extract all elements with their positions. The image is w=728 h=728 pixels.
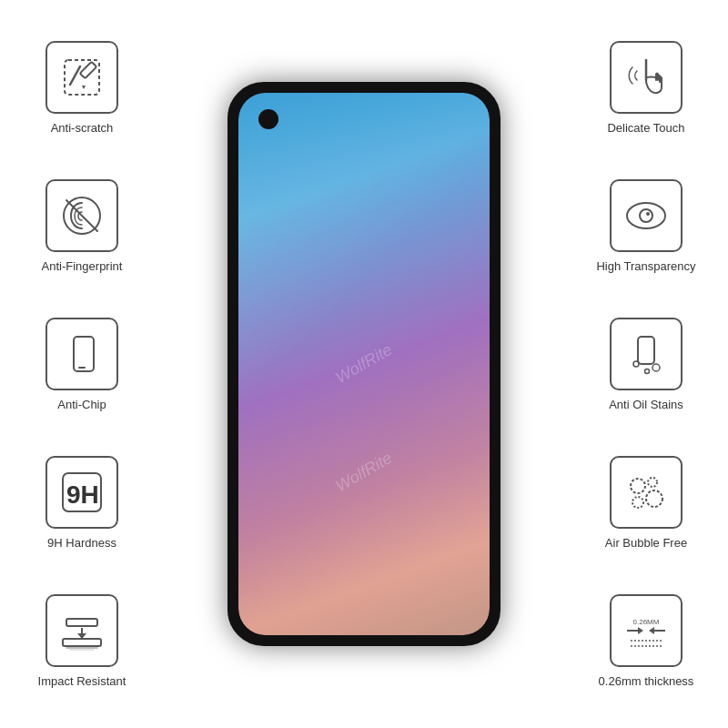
feature-thickness: 0.26MM 0.26mm thickness [582, 594, 710, 688]
anti-fingerprint-label: Anti-Fingerprint [42, 259, 123, 273]
left-features-column: Anti-scratch Anti-Fingerprint [9, 0, 155, 728]
thickness-icon-box: 0.26MM [610, 594, 682, 667]
delicate-touch-label: Delicate Touch [607, 121, 684, 135]
right-features-column: Delicate Touch High Transparency [573, 0, 719, 728]
anti-oil-icon-box [610, 318, 682, 390]
svg-rect-7 [74, 337, 94, 371]
svg-marker-30 [638, 627, 643, 634]
oil-stain-icon [622, 329, 671, 379]
air-bubble-free-label: Air Bubble Free [605, 536, 687, 550]
touch-icon [622, 53, 671, 102]
glass-overlay [238, 93, 490, 635]
svg-rect-20 [638, 337, 654, 364]
feature-anti-oil-stains: Anti Oil Stains [582, 318, 710, 411]
impact-resistant-label: Impact Resistant [38, 674, 126, 688]
chip-icon [57, 329, 106, 379]
9h-hardness-label: 9H Hardness [47, 536, 116, 550]
scratch-icon [57, 53, 106, 102]
anti-oil-label: Anti Oil Stains [609, 398, 683, 411]
anti-chip-icon-box [46, 318, 118, 390]
feature-anti-fingerprint: Anti-Fingerprint [18, 179, 146, 273]
thickness-icon: 0.26MM [622, 606, 671, 655]
eye-icon [622, 191, 671, 240]
impact-icon [57, 606, 106, 655]
delicate-touch-icon-box [610, 41, 682, 114]
phone-wrapper: WolfRite WolfRite [228, 82, 500, 646]
high-transparency-label: High Transparency [596, 259, 695, 273]
svg-point-18 [640, 209, 652, 222]
svg-text:0.26MM: 0.26MM [633, 618, 660, 626]
high-transparency-icon-box [610, 179, 682, 252]
svg-point-26 [648, 478, 657, 487]
svg-marker-4 [82, 86, 86, 89]
feature-anti-chip: Anti-Chip [18, 318, 146, 411]
anti-scratch-label: Anti-scratch [51, 121, 114, 135]
svg-text:9H: 9H [66, 480, 99, 509]
svg-line-1 [70, 66, 80, 85]
svg-point-19 [646, 212, 650, 216]
svg-rect-11 [66, 619, 97, 626]
svg-point-25 [631, 479, 645, 493]
anti-chip-label: Anti-Chip [57, 398, 106, 411]
air-bubble-icon-box [610, 456, 682, 529]
svg-rect-3 [80, 61, 96, 77]
svg-marker-32 [649, 627, 654, 634]
main-container: Anti-scratch Anti-Fingerprint [0, 0, 728, 728]
svg-rect-14 [63, 639, 101, 646]
camera-hole [258, 109, 278, 129]
9h-icon: 9H [57, 468, 106, 517]
phone-screen: WolfRite WolfRite [238, 93, 490, 635]
svg-point-24 [645, 369, 650, 373]
svg-point-17 [627, 203, 665, 228]
anti-scratch-icon-box [46, 41, 118, 114]
thickness-label: 0.26mm thickness [599, 674, 694, 688]
feature-delicate-touch: Delicate Touch [582, 41, 710, 135]
feature-air-bubble-free: Air Bubble Free [582, 456, 710, 550]
phone-outer: WolfRite WolfRite [228, 82, 500, 646]
9h-icon-box: 9H [46, 456, 118, 529]
anti-fingerprint-icon-box [46, 179, 118, 252]
svg-point-23 [652, 364, 660, 371]
feature-impact-resistant: Impact Resistant [18, 594, 146, 688]
fingerprint-icon [57, 191, 106, 240]
svg-point-28 [632, 497, 643, 508]
feature-9h-hardness: 9H 9H Hardness [18, 456, 146, 550]
svg-point-22 [633, 361, 639, 367]
feature-anti-scratch: Anti-scratch [18, 41, 146, 135]
feature-high-transparency: High Transparency [582, 179, 710, 273]
svg-point-27 [646, 490, 662, 507]
bubble-icon [622, 468, 671, 517]
impact-icon-box [46, 594, 118, 667]
